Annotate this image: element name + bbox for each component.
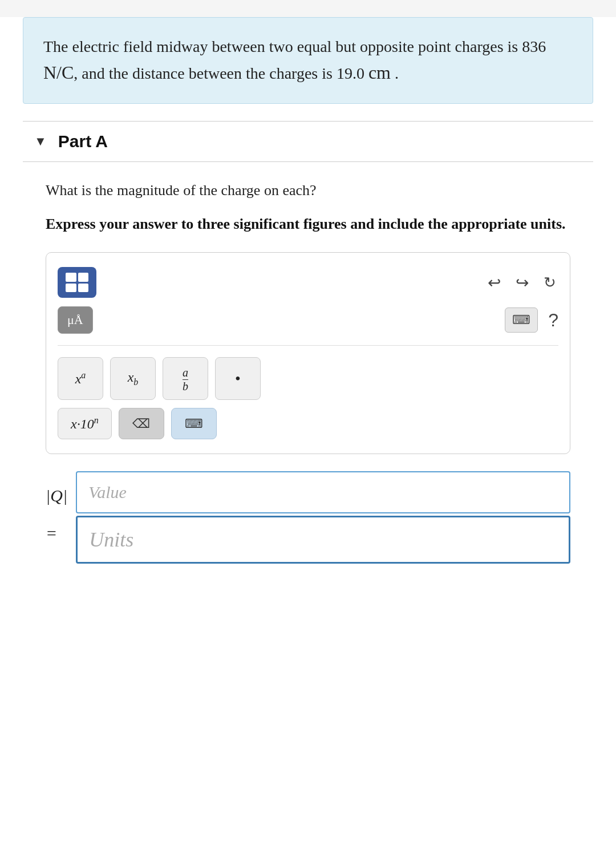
unit-field: N/C <box>43 62 74 83</box>
keyboard-active-icon: ⌨ <box>185 416 203 431</box>
answer-label: |Q| = <box>46 477 67 552</box>
toolbar-left <box>58 267 96 298</box>
part-section: ▼ Part A <box>23 121 593 162</box>
frac-denominator: b <box>183 380 188 392</box>
toolbar-right: ↩ ↪ ↻ <box>485 271 558 294</box>
greek-button[interactable]: μÅ <box>58 306 93 334</box>
template-cell-2 <box>78 273 89 282</box>
dot-label: • <box>235 370 241 387</box>
subscript-label: xb <box>128 370 139 385</box>
question-area: What is the magnitude of the charge on e… <box>46 179 570 564</box>
superscript-label: xa <box>75 371 86 386</box>
undo-button[interactable]: ↩ <box>485 271 503 294</box>
superscript-button[interactable]: xa <box>58 357 103 400</box>
toolbar-divider <box>58 345 558 346</box>
toolbar-row-2: μÅ ⌨ ? <box>58 306 558 334</box>
redo-button[interactable]: ↪ <box>513 271 531 294</box>
problem-statement: The electric field midway between two eq… <box>23 17 593 104</box>
backspace-icon: ⌫ <box>132 416 150 431</box>
value-input[interactable]: Value <box>76 471 570 513</box>
math-buttons-row-1: xa xb a b • <box>58 357 558 400</box>
frac-numerator: a <box>183 366 188 380</box>
unit-distance: cm <box>368 62 391 83</box>
dot-button[interactable]: • <box>215 357 261 400</box>
fraction-label: a b <box>183 366 188 392</box>
problem-text: The electric field midway between two eq… <box>43 35 573 86</box>
math-buttons-row-2: x·10n ⌫ ⌨ <box>58 408 558 439</box>
answer-container: ↩ ↪ ↻ μÅ ⌨ ? <box>46 252 570 454</box>
sci-notation-label: x·10n <box>71 416 99 431</box>
template-button[interactable] <box>58 267 96 298</box>
page-container: The electric field midway between two eq… <box>0 17 616 862</box>
problem-text-end: . <box>391 64 399 82</box>
answer-input-section: |Q| = Value Units <box>46 471 570 564</box>
answer-label-top: |Q| <box>46 486 67 505</box>
toolbar-left-2: μÅ <box>58 306 93 334</box>
problem-text-middle: , and the distance between the charges i… <box>74 64 368 82</box>
help-button[interactable]: ? <box>548 310 558 331</box>
fraction-button[interactable]: a b <box>163 357 208 400</box>
problem-text-before: The electric field midway between two eq… <box>43 38 546 55</box>
greek-label: μÅ <box>67 313 83 327</box>
toolbar-right-2: ⌨ ? <box>505 307 558 333</box>
part-title: Part A <box>58 132 108 151</box>
answer-label-equals: = <box>46 524 57 543</box>
instruction-text: Express your answer to three significant… <box>46 213 570 235</box>
template-cell-4 <box>78 284 89 293</box>
part-header: ▼ Part A <box>23 122 593 161</box>
refresh-button[interactable]: ↻ <box>541 272 558 294</box>
answer-fields: Value Units <box>76 471 570 564</box>
keyboard-button[interactable]: ⌨ <box>505 307 538 333</box>
backspace-button[interactable]: ⌫ <box>119 408 164 439</box>
subscript-button[interactable]: xb <box>110 357 156 400</box>
units-placeholder: Units <box>89 528 133 551</box>
keyboard-active-button[interactable]: ⌨ <box>171 408 217 439</box>
part-arrow[interactable]: ▼ <box>34 134 47 149</box>
toolbar-row-1: ↩ ↪ ↻ <box>58 267 558 298</box>
scientific-notation-button[interactable]: x·10n <box>58 408 112 439</box>
template-cell-3 <box>66 284 76 293</box>
template-cell-1 <box>66 273 76 282</box>
template-icon <box>66 273 88 292</box>
units-input[interactable]: Units <box>76 516 570 564</box>
value-placeholder: Value <box>88 483 127 501</box>
question-text: What is the magnitude of the charge on e… <box>46 179 570 201</box>
